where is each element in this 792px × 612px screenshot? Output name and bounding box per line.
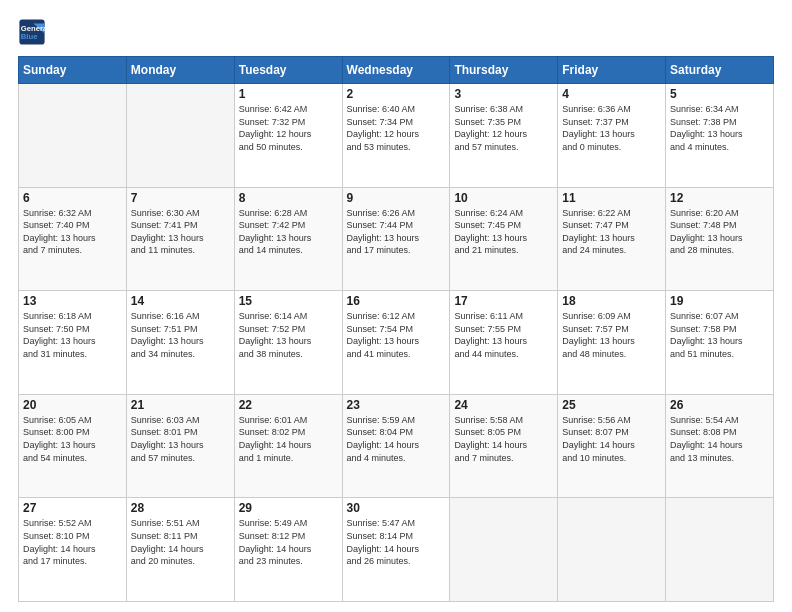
day-info: Sunrise: 6:42 AM Sunset: 7:32 PM Dayligh…: [239, 103, 338, 153]
calendar-cell: 25Sunrise: 5:56 AM Sunset: 8:07 PM Dayli…: [558, 394, 666, 498]
svg-text:General: General: [21, 24, 46, 33]
calendar-cell: 24Sunrise: 5:58 AM Sunset: 8:05 PM Dayli…: [450, 394, 558, 498]
calendar-cell: 29Sunrise: 5:49 AM Sunset: 8:12 PM Dayli…: [234, 498, 342, 602]
calendar-cell: 2Sunrise: 6:40 AM Sunset: 7:34 PM Daylig…: [342, 84, 450, 188]
calendar-header: SundayMondayTuesdayWednesdayThursdayFrid…: [19, 57, 774, 84]
calendar-cell: 8Sunrise: 6:28 AM Sunset: 7:42 PM Daylig…: [234, 187, 342, 291]
day-info: Sunrise: 6:07 AM Sunset: 7:58 PM Dayligh…: [670, 310, 769, 360]
day-info: Sunrise: 5:58 AM Sunset: 8:05 PM Dayligh…: [454, 414, 553, 464]
weekday-header-sunday: Sunday: [19, 57, 127, 84]
day-info: Sunrise: 5:52 AM Sunset: 8:10 PM Dayligh…: [23, 517, 122, 567]
day-info: Sunrise: 5:59 AM Sunset: 8:04 PM Dayligh…: [347, 414, 446, 464]
day-info: Sunrise: 6:12 AM Sunset: 7:54 PM Dayligh…: [347, 310, 446, 360]
calendar-cell: [558, 498, 666, 602]
day-info: Sunrise: 6:14 AM Sunset: 7:52 PM Dayligh…: [239, 310, 338, 360]
calendar-cell: 5Sunrise: 6:34 AM Sunset: 7:38 PM Daylig…: [666, 84, 774, 188]
calendar-cell: [19, 84, 127, 188]
calendar-cell: 7Sunrise: 6:30 AM Sunset: 7:41 PM Daylig…: [126, 187, 234, 291]
calendar-cell: 6Sunrise: 6:32 AM Sunset: 7:40 PM Daylig…: [19, 187, 127, 291]
day-number: 5: [670, 87, 769, 101]
day-info: Sunrise: 6:26 AM Sunset: 7:44 PM Dayligh…: [347, 207, 446, 257]
calendar-cell: 14Sunrise: 6:16 AM Sunset: 7:51 PM Dayli…: [126, 291, 234, 395]
day-info: Sunrise: 6:32 AM Sunset: 7:40 PM Dayligh…: [23, 207, 122, 257]
day-number: 30: [347, 501, 446, 515]
day-info: Sunrise: 5:56 AM Sunset: 8:07 PM Dayligh…: [562, 414, 661, 464]
calendar-cell: 18Sunrise: 6:09 AM Sunset: 7:57 PM Dayli…: [558, 291, 666, 395]
day-number: 18: [562, 294, 661, 308]
calendar-cell: 21Sunrise: 6:03 AM Sunset: 8:01 PM Dayli…: [126, 394, 234, 498]
day-info: Sunrise: 6:24 AM Sunset: 7:45 PM Dayligh…: [454, 207, 553, 257]
calendar-cell: 10Sunrise: 6:24 AM Sunset: 7:45 PM Dayli…: [450, 187, 558, 291]
day-number: 26: [670, 398, 769, 412]
day-number: 13: [23, 294, 122, 308]
day-number: 14: [131, 294, 230, 308]
calendar-cell: 20Sunrise: 6:05 AM Sunset: 8:00 PM Dayli…: [19, 394, 127, 498]
day-number: 1: [239, 87, 338, 101]
day-number: 25: [562, 398, 661, 412]
calendar-cell: [126, 84, 234, 188]
day-number: 11: [562, 191, 661, 205]
svg-text:Blue: Blue: [21, 32, 38, 41]
day-info: Sunrise: 6:28 AM Sunset: 7:42 PM Dayligh…: [239, 207, 338, 257]
day-info: Sunrise: 6:01 AM Sunset: 8:02 PM Dayligh…: [239, 414, 338, 464]
calendar-week-row: 6Sunrise: 6:32 AM Sunset: 7:40 PM Daylig…: [19, 187, 774, 291]
day-info: Sunrise: 6:16 AM Sunset: 7:51 PM Dayligh…: [131, 310, 230, 360]
day-number: 10: [454, 191, 553, 205]
calendar-cell: 30Sunrise: 5:47 AM Sunset: 8:14 PM Dayli…: [342, 498, 450, 602]
calendar-cell: [666, 498, 774, 602]
calendar-cell: 9Sunrise: 6:26 AM Sunset: 7:44 PM Daylig…: [342, 187, 450, 291]
day-info: Sunrise: 6:20 AM Sunset: 7:48 PM Dayligh…: [670, 207, 769, 257]
day-info: Sunrise: 5:47 AM Sunset: 8:14 PM Dayligh…: [347, 517, 446, 567]
day-info: Sunrise: 6:22 AM Sunset: 7:47 PM Dayligh…: [562, 207, 661, 257]
calendar-body: 1Sunrise: 6:42 AM Sunset: 7:32 PM Daylig…: [19, 84, 774, 602]
day-number: 19: [670, 294, 769, 308]
calendar-cell: 4Sunrise: 6:36 AM Sunset: 7:37 PM Daylig…: [558, 84, 666, 188]
day-number: 21: [131, 398, 230, 412]
logo: General Blue: [18, 18, 46, 46]
calendar-cell: 26Sunrise: 5:54 AM Sunset: 8:08 PM Dayli…: [666, 394, 774, 498]
calendar-cell: 3Sunrise: 6:38 AM Sunset: 7:35 PM Daylig…: [450, 84, 558, 188]
day-info: Sunrise: 6:18 AM Sunset: 7:50 PM Dayligh…: [23, 310, 122, 360]
day-number: 16: [347, 294, 446, 308]
day-info: Sunrise: 5:51 AM Sunset: 8:11 PM Dayligh…: [131, 517, 230, 567]
calendar-week-row: 1Sunrise: 6:42 AM Sunset: 7:32 PM Daylig…: [19, 84, 774, 188]
calendar-cell: 1Sunrise: 6:42 AM Sunset: 7:32 PM Daylig…: [234, 84, 342, 188]
day-info: Sunrise: 6:30 AM Sunset: 7:41 PM Dayligh…: [131, 207, 230, 257]
day-number: 27: [23, 501, 122, 515]
day-number: 29: [239, 501, 338, 515]
day-number: 9: [347, 191, 446, 205]
day-info: Sunrise: 5:49 AM Sunset: 8:12 PM Dayligh…: [239, 517, 338, 567]
day-info: Sunrise: 6:34 AM Sunset: 7:38 PM Dayligh…: [670, 103, 769, 153]
calendar-week-row: 13Sunrise: 6:18 AM Sunset: 7:50 PM Dayli…: [19, 291, 774, 395]
calendar-cell: 27Sunrise: 5:52 AM Sunset: 8:10 PM Dayli…: [19, 498, 127, 602]
day-number: 24: [454, 398, 553, 412]
weekday-header-wednesday: Wednesday: [342, 57, 450, 84]
weekday-header-tuesday: Tuesday: [234, 57, 342, 84]
calendar-week-row: 27Sunrise: 5:52 AM Sunset: 8:10 PM Dayli…: [19, 498, 774, 602]
page: General Blue SundayMondayTuesdayWednesda…: [0, 0, 792, 612]
weekday-header-friday: Friday: [558, 57, 666, 84]
day-number: 23: [347, 398, 446, 412]
calendar-cell: [450, 498, 558, 602]
weekday-header-thursday: Thursday: [450, 57, 558, 84]
calendar-cell: 23Sunrise: 5:59 AM Sunset: 8:04 PM Dayli…: [342, 394, 450, 498]
calendar-cell: 17Sunrise: 6:11 AM Sunset: 7:55 PM Dayli…: [450, 291, 558, 395]
day-number: 3: [454, 87, 553, 101]
day-number: 6: [23, 191, 122, 205]
day-number: 4: [562, 87, 661, 101]
day-number: 22: [239, 398, 338, 412]
day-number: 15: [239, 294, 338, 308]
calendar-week-row: 20Sunrise: 6:05 AM Sunset: 8:00 PM Dayli…: [19, 394, 774, 498]
weekday-header-monday: Monday: [126, 57, 234, 84]
day-number: 12: [670, 191, 769, 205]
day-info: Sunrise: 6:09 AM Sunset: 7:57 PM Dayligh…: [562, 310, 661, 360]
calendar-cell: 11Sunrise: 6:22 AM Sunset: 7:47 PM Dayli…: [558, 187, 666, 291]
calendar-cell: 28Sunrise: 5:51 AM Sunset: 8:11 PM Dayli…: [126, 498, 234, 602]
header: General Blue: [18, 18, 774, 46]
day-info: Sunrise: 6:03 AM Sunset: 8:01 PM Dayligh…: [131, 414, 230, 464]
day-info: Sunrise: 6:05 AM Sunset: 8:00 PM Dayligh…: [23, 414, 122, 464]
day-number: 7: [131, 191, 230, 205]
calendar-cell: 19Sunrise: 6:07 AM Sunset: 7:58 PM Dayli…: [666, 291, 774, 395]
weekday-header-saturday: Saturday: [666, 57, 774, 84]
day-number: 28: [131, 501, 230, 515]
